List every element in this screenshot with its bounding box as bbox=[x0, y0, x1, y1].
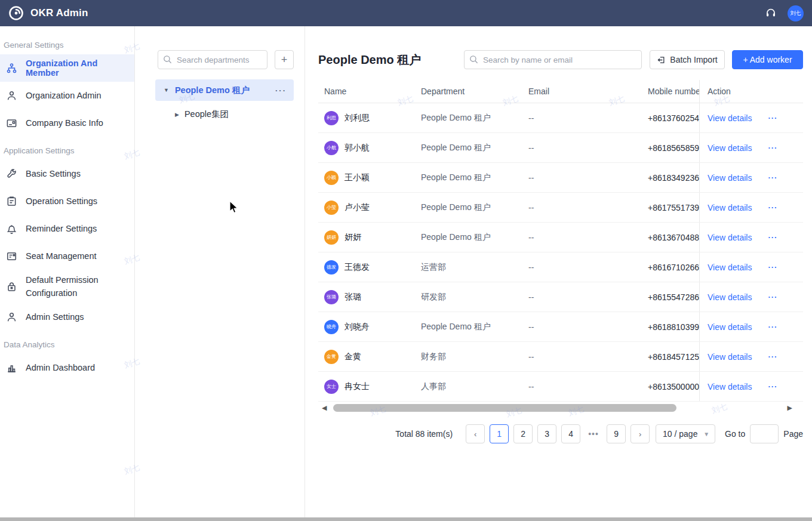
member-name: 张璐 bbox=[345, 292, 361, 303]
topbar: OKR Admin 刘七 bbox=[0, 0, 812, 26]
member-mobile: +8618565859 bbox=[624, 143, 699, 153]
member-department: People Demo 租户 bbox=[421, 143, 528, 153]
batch-import-button[interactable]: Batch Import bbox=[650, 50, 725, 69]
view-details-link[interactable]: View details bbox=[708, 113, 752, 123]
scroll-right-icon[interactable]: ▶ bbox=[788, 404, 792, 412]
add-department-button[interactable]: + bbox=[275, 50, 294, 69]
user-avatar[interactable]: 刘七 bbox=[788, 5, 804, 21]
sidebar: General Settings Organization And Member… bbox=[0, 26, 135, 517]
row-more-icon[interactable]: ··· bbox=[768, 352, 777, 361]
row-more-icon[interactable]: ··· bbox=[768, 233, 777, 242]
table-horizontal-scrollbar[interactable]: ◀ ▶ bbox=[318, 403, 803, 413]
table-row: 金黄 金黄 财务部 -- +8618457125 View details ··… bbox=[318, 342, 803, 372]
member-mobile: +8618349236 bbox=[624, 173, 699, 183]
member-mobile: +8618810399 bbox=[624, 322, 699, 332]
view-details-link[interactable]: View details bbox=[708, 203, 752, 212]
tree-node-more-icon[interactable]: ··· bbox=[275, 86, 287, 95]
pagination-page-3[interactable]: 3 bbox=[537, 424, 556, 443]
member-name: 金黄 bbox=[345, 352, 361, 362]
table-row: 晓舟 刘晓舟 People Demo 租户 -- +8618810399 Vie… bbox=[318, 312, 803, 342]
sidebar-item-seat-management[interactable]: Seat Management bbox=[0, 242, 134, 270]
sidebar-item-basic-settings[interactable]: Basic Settings bbox=[0, 160, 134, 187]
sidebar-item-company-basic-info[interactable]: Company Basic Info bbox=[0, 109, 134, 137]
view-details-link[interactable]: View details bbox=[708, 352, 752, 362]
member-department: People Demo 租户 bbox=[421, 322, 528, 332]
view-details-link[interactable]: View details bbox=[708, 143, 752, 153]
member-name: 冉女士 bbox=[345, 381, 370, 392]
view-details-link[interactable]: View details bbox=[708, 322, 752, 332]
sidebar-group-application: Application Settings bbox=[0, 137, 134, 160]
page-size-select[interactable]: 10 / page ▼ bbox=[656, 424, 715, 443]
member-mobile: +8617551739 bbox=[624, 203, 699, 212]
row-more-icon[interactable]: ··· bbox=[768, 322, 777, 331]
sidebar-item-reminder-settings[interactable]: Reminder Settings bbox=[0, 215, 134, 242]
avatar: 晓舟 bbox=[324, 320, 339, 334]
table-row: 利思 刘利思 People Demo 租户 -- +8613760254 Vie… bbox=[318, 103, 803, 133]
pagination-prev-button[interactable]: ‹ bbox=[466, 424, 485, 443]
support-headset-icon[interactable] bbox=[765, 7, 777, 19]
pagination-page-2[interactable]: 2 bbox=[513, 424, 533, 443]
sidebar-item-label: Organization And Member bbox=[26, 58, 130, 78]
row-more-icon[interactable]: ··· bbox=[768, 382, 777, 391]
tree-node-label[interactable]: People集团 bbox=[184, 109, 229, 120]
table-row: 小航 郭小航 People Demo 租户 -- +8618565859 Vie… bbox=[318, 133, 803, 163]
scrollbar-thumb[interactable] bbox=[333, 404, 676, 412]
sidebar-item-admin-dashboard[interactable]: Admin Dashboard bbox=[0, 354, 134, 381]
sidebar-item-organization-and-member[interactable]: Organization And Member bbox=[0, 54, 134, 82]
view-details-link[interactable]: View details bbox=[708, 292, 752, 302]
sidebar-item-operation-settings[interactable]: Operation Settings bbox=[0, 187, 134, 215]
pagination-next-button[interactable]: › bbox=[630, 424, 650, 443]
caret-right-icon[interactable]: ▶ bbox=[175, 112, 179, 118]
member-department: People Demo 租户 bbox=[421, 113, 528, 124]
member-search-input[interactable] bbox=[464, 50, 642, 69]
bar-chart-icon bbox=[6, 362, 17, 374]
caret-down-icon[interactable]: ▼ bbox=[164, 87, 169, 93]
sidebar-item-organization-admin[interactable]: Organization Admin bbox=[0, 82, 134, 109]
column-header-name: Name bbox=[318, 87, 421, 96]
pagination-page-4[interactable]: 4 bbox=[561, 424, 580, 443]
member-email: -- bbox=[528, 292, 624, 302]
member-department: 运营部 bbox=[421, 262, 528, 273]
pagination-page-1[interactable]: 1 bbox=[490, 424, 509, 443]
member-email: -- bbox=[528, 143, 624, 153]
sidebar-item-default-permission-configuration[interactable]: Default Permission Configuration bbox=[0, 270, 134, 303]
row-more-icon[interactable]: ··· bbox=[768, 263, 777, 272]
tree-node-child[interactable]: ▶ People集团 bbox=[175, 109, 294, 120]
scroll-left-icon[interactable]: ◀ bbox=[322, 404, 327, 412]
view-details-link[interactable]: View details bbox=[708, 382, 752, 391]
view-details-link[interactable]: View details bbox=[708, 233, 752, 242]
tree-node-label[interactable]: People Demo 租户 bbox=[175, 85, 275, 96]
sidebar-item-label: Admin Dashboard bbox=[26, 363, 95, 372]
row-more-icon[interactable]: ··· bbox=[768, 173, 777, 182]
sidebar-item-label: Admin Settings bbox=[26, 312, 84, 322]
member-department: People Demo 租户 bbox=[421, 232, 528, 243]
row-more-icon[interactable]: ··· bbox=[768, 143, 777, 152]
member-name: 刘利思 bbox=[345, 113, 370, 124]
tree-node-root[interactable]: ▼ People Demo 租户 ··· bbox=[155, 79, 294, 101]
pagination-page-9[interactable]: 9 bbox=[607, 424, 626, 443]
person-icon bbox=[6, 312, 17, 323]
row-more-icon[interactable]: ··· bbox=[768, 292, 777, 301]
view-details-link[interactable]: View details bbox=[708, 263, 752, 272]
sidebar-item-admin-settings[interactable]: Admin Settings bbox=[0, 303, 134, 331]
import-icon bbox=[657, 56, 666, 64]
seat-card-icon bbox=[6, 251, 17, 262]
column-header-action: Action bbox=[699, 80, 803, 103]
department-search-input[interactable] bbox=[158, 50, 267, 69]
member-department: 人事部 bbox=[421, 381, 528, 392]
sidebar-item-label: Company Basic Info bbox=[26, 118, 103, 128]
member-mobile: +8613670488 bbox=[624, 233, 699, 242]
pagination-ellipsis[interactable]: ••• bbox=[585, 424, 602, 443]
row-more-icon[interactable]: ··· bbox=[768, 203, 777, 212]
member-name: 刘晓舟 bbox=[345, 322, 370, 332]
table-row: 小莹 卢小莹 People Demo 租户 -- +8617551739 Vie… bbox=[318, 193, 803, 223]
sidebar-item-label: Operation Settings bbox=[26, 196, 97, 206]
sidebar-item-label: Basic Settings bbox=[26, 169, 81, 178]
goto-page-input[interactable] bbox=[750, 424, 779, 443]
row-more-icon[interactable]: ··· bbox=[768, 113, 777, 122]
column-header-department: Department bbox=[421, 87, 528, 96]
add-worker-button[interactable]: + Add worker bbox=[732, 50, 803, 69]
view-details-link[interactable]: View details bbox=[708, 173, 752, 183]
page-horizontal-scrollbar[interactable] bbox=[0, 517, 812, 521]
member-name: 卢小莹 bbox=[345, 202, 370, 213]
